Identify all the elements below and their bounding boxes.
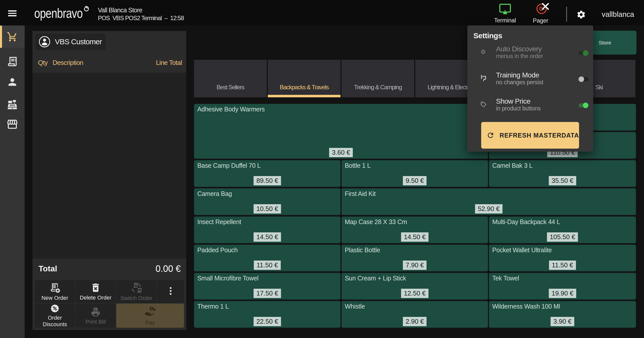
svg-text:1: 1	[150, 307, 152, 310]
